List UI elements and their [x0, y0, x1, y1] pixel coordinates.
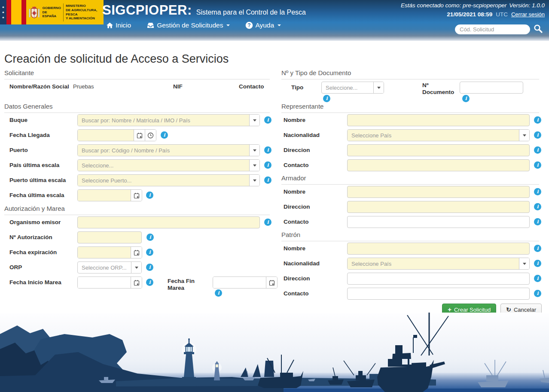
calendar-icon[interactable] [134, 130, 145, 141]
num-documento-input[interactable] [460, 82, 523, 94]
armador-direccion-input[interactable] [347, 201, 530, 213]
num-autorizacion-row: Nº Autorización [4, 231, 276, 243]
fecha-inicio-marea-info-icon[interactable] [146, 279, 153, 286]
armador-contacto-row: Contacto [281, 216, 542, 228]
representante-nombre-row: Nombre [281, 114, 542, 126]
search-input[interactable] [455, 24, 530, 34]
patron-nacionalidad-info-icon[interactable] [534, 260, 541, 267]
tipo-documento-info-icon[interactable] [323, 95, 330, 102]
puerto-ultima-escala-select[interactable]: Seleccione Puerto... [77, 174, 260, 186]
fecha-inicio-marea-group [77, 277, 142, 289]
refresh-icon [506, 307, 511, 313]
government-name: GOBIERNO DE ESPAÑA [42, 6, 61, 18]
app-header: ★★★ GOBIERNO DE ESPAÑA MINISTERIO DE AGR… [0, 0, 549, 41]
armador-contacto-label: Contacto [284, 216, 309, 228]
patron-direccion-info-icon[interactable] [534, 275, 541, 282]
representante-contacto-row: Contacto [281, 159, 542, 171]
orp-info-icon[interactable] [146, 264, 153, 271]
pais-ultima-escala-info-icon[interactable] [264, 161, 271, 169]
armador-contacto-info-icon[interactable] [534, 218, 541, 225]
app-version: Versión: 1.0.0 [509, 2, 545, 9]
pais-ultima-escala-row: País última escala Seleccione... [4, 159, 276, 171]
chevron-down-icon [131, 262, 141, 273]
fecha-fin-marea-info-icon[interactable] [215, 289, 222, 297]
tipo-documento-label: Tipo [291, 82, 303, 94]
puerto-ultima-escala-info-icon[interactable] [264, 176, 271, 184]
section-datos-generales: Datos Generales [4, 103, 270, 113]
fecha-inicio-marea-input[interactable] [78, 277, 131, 288]
fecha-ultima-escala-label: Fecha última escala [9, 189, 64, 201]
patron-nombre-input[interactable] [347, 243, 530, 255]
patron-contacto-input[interactable] [347, 288, 530, 300]
representante-nombre-input[interactable] [347, 114, 530, 126]
nav-item-ayuda[interactable]: ? Ayuda [245, 21, 281, 29]
num-documento-info-icon[interactable] [462, 95, 470, 102]
fecha-llegada-input[interactable] [78, 130, 134, 141]
orp-select[interactable]: Seleccione ORP... [77, 261, 142, 273]
organismo-emisor-input[interactable] [77, 216, 260, 228]
armador-nombre-info-icon[interactable] [534, 188, 541, 195]
representante-nombre-info-icon[interactable] [534, 116, 541, 124]
representante-contacto-info-icon[interactable] [534, 161, 541, 169]
logout-link[interactable]: Cerrar sesión [511, 11, 545, 18]
page-title: Creación de solicitud de Acceso a Servic… [4, 52, 229, 66]
num-autorizacion-input[interactable] [77, 231, 142, 243]
representante-direccion-row: Direccion [281, 144, 542, 156]
calendar-icon[interactable] [131, 277, 142, 288]
fecha-fin-marea-input[interactable] [213, 277, 266, 288]
chevron-down-icon [249, 175, 259, 186]
puerto-info-icon[interactable] [264, 146, 271, 154]
chevron-down-icon [249, 145, 259, 156]
gobierno-logo[interactable]: ★★★ GOBIERNO DE ESPAÑA MINISTERIO DE AGR… [0, 0, 104, 24]
spain-flag-red-right [21, 0, 26, 24]
representante-direccion-input[interactable] [347, 144, 530, 156]
num-autorizacion-label: Nº Autorización [9, 231, 52, 243]
search-icon[interactable] [534, 24, 543, 35]
representante-direccion-info-icon[interactable] [534, 146, 541, 154]
patron-direccion-input[interactable] [347, 273, 530, 285]
puerto-row: Puerto Buscar por: Código / Nombre / Paí… [4, 144, 276, 156]
armador-nombre-input[interactable] [347, 186, 530, 198]
fecha-ultima-escala-input[interactable] [78, 190, 131, 201]
fecha-expiracion-info-icon[interactable] [146, 249, 153, 256]
spain-flag-red-left [6, 0, 11, 24]
organismo-emisor-info-icon[interactable] [264, 219, 271, 226]
fecha-llegada-info-icon[interactable] [161, 131, 168, 139]
buque-select[interactable]: Buscar por: Nombre / Matrícula / IMO / P… [77, 114, 260, 126]
pais-ultima-escala-select[interactable]: Seleccione... [77, 159, 260, 171]
patron-contacto-row: Contacto [281, 288, 542, 300]
tipo-documento-select[interactable]: Seleccione... [321, 82, 384, 94]
fecha-llegada-row: Fecha Llegada [4, 129, 276, 141]
nombre-razon-social-value: Pruebas [73, 81, 94, 93]
buque-info-icon[interactable] [264, 116, 271, 124]
patron-nacionalidad-row: Nacionalidad Seleccione País [281, 258, 542, 270]
nav-item-inicio[interactable]: Inicio [106, 21, 131, 29]
chevron-down-icon [519, 130, 529, 141]
nav-item-gestion-solicitudes[interactable]: Gestión de Solicitudes [146, 21, 230, 29]
app-tagline: Sistema para el Control de la Pesca [196, 9, 306, 16]
armador-direccion-info-icon[interactable] [534, 203, 541, 210]
ministry-plate: GOBIERNO DE ESPAÑA MINISTERIO DE AGRICUL… [26, 0, 104, 24]
patron-direccion-row: Direccion [281, 273, 542, 285]
representante-nacionalidad-select[interactable]: Seleccione País [347, 129, 530, 141]
fecha-expiracion-input[interactable] [78, 247, 131, 258]
patron-contacto-info-icon[interactable] [534, 290, 541, 297]
clock-icon[interactable] [145, 130, 156, 141]
fecha-ultima-escala-info-icon[interactable] [146, 191, 153, 199]
calendar-icon[interactable] [131, 190, 142, 201]
patron-nacionalidad-select[interactable]: Seleccione País [347, 258, 530, 270]
calendar-icon[interactable] [266, 277, 277, 288]
section-armador: Armador [281, 174, 539, 185]
section-solicitante: Solicitante [4, 69, 270, 79]
puerto-select[interactable]: Buscar por: Código / Nombre / País [77, 144, 260, 156]
calendar-icon[interactable] [131, 247, 142, 258]
svg-text:?: ? [248, 22, 251, 28]
num-autorizacion-info-icon[interactable] [146, 234, 154, 241]
section-autorizacion-marea: Autorización y Marea [4, 205, 270, 215]
patron-nombre-info-icon[interactable] [534, 245, 541, 252]
armador-contacto-input[interactable] [347, 216, 530, 228]
patron-nacionalidad-label: Nacionalidad [284, 258, 320, 270]
section-documento: Nº y Tipo de Documento [281, 69, 539, 79]
representante-contacto-input[interactable] [347, 159, 530, 171]
representante-nacionalidad-info-icon[interactable] [534, 131, 541, 139]
